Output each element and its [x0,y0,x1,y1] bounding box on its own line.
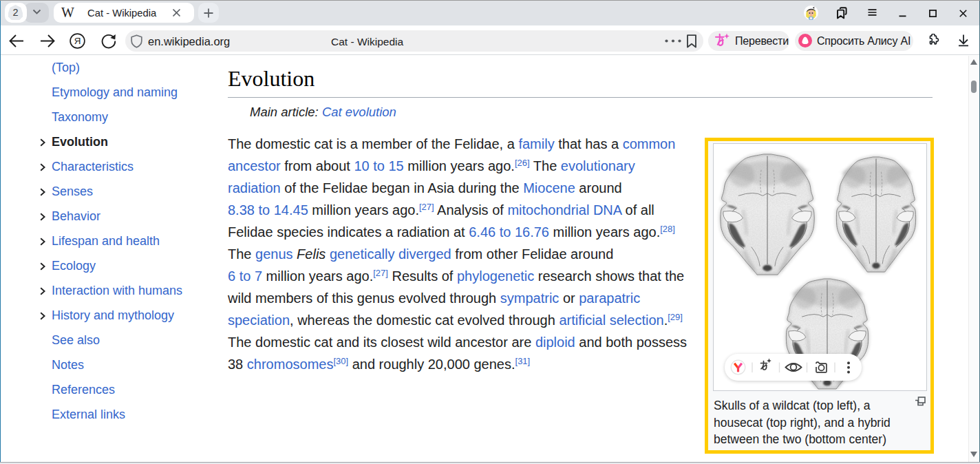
svg-text:Я: Я [74,36,81,46]
